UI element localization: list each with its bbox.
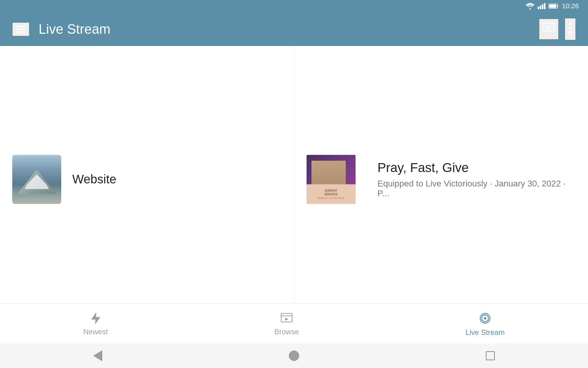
status-icons: 10:26: [526, 2, 579, 10]
sermon-thumbnail: SUNDAY SERVICE Equipped to Live Victorio…: [307, 155, 356, 204]
sermon-thumb-person: [307, 155, 356, 184]
bottom-nav: Newest Browse Live Stream: [0, 304, 588, 343]
more-options-button[interactable]: [565, 18, 576, 40]
svg-rect-10: [281, 313, 292, 322]
mountain-image: [12, 155, 61, 204]
back-button[interactable]: [69, 347, 127, 364]
website-thumbnail: [12, 155, 61, 204]
chat-button[interactable]: [539, 19, 559, 40]
svg-point-13: [484, 317, 486, 320]
sermon-title: Pray, Fast, Give: [378, 160, 576, 175]
page-title: Live Stream: [39, 21, 539, 37]
broadcast-icon: [478, 311, 492, 326]
nav-label-livestream: Live Stream: [466, 328, 505, 337]
recents-icon: [486, 351, 495, 360]
back-icon: [93, 350, 102, 361]
sermon-info: Pray, Fast, Give Equipped to Live Victor…: [378, 160, 576, 198]
left-panel: Website: [0, 46, 294, 312]
svg-marker-12: [285, 318, 288, 321]
nav-item-newest[interactable]: Newest: [65, 309, 126, 339]
svg-rect-3: [543, 23, 554, 31]
main-content: Website SUNDAY SERVICE Equ: [0, 46, 588, 313]
svg-rect-2: [549, 5, 556, 8]
website-title: Website: [72, 172, 116, 186]
menu-button[interactable]: [12, 22, 29, 36]
system-nav: [0, 343, 588, 368]
app-bar-actions: [539, 18, 576, 40]
svg-point-0: [529, 8, 531, 10]
svg-point-6: [569, 22, 571, 25]
signal-icon: [537, 3, 545, 9]
bolt-icon: [89, 312, 102, 325]
nav-item-livestream[interactable]: Live Stream: [447, 308, 523, 340]
nav-item-browse[interactable]: Browse: [256, 309, 317, 339]
sermon-thumb-text: SUNDAY SERVICE Equipped to Live Victorio…: [307, 184, 356, 204]
browse-icon: [280, 312, 293, 325]
home-button[interactable]: [264, 347, 324, 364]
battery-icon: [548, 3, 559, 9]
svg-point-9: [327, 165, 335, 174]
recents-button[interactable]: [461, 348, 519, 363]
sermon-item[interactable]: SUNDAY SERVICE Equipped to Live Victorio…: [307, 155, 576, 204]
wifi-icon: [526, 3, 534, 10]
website-item[interactable]: Website: [12, 155, 116, 204]
home-icon: [289, 351, 299, 361]
svg-point-8: [569, 31, 571, 33]
app-bar: Live Stream: [0, 12, 588, 46]
right-panel: SUNDAY SERVICE Equipped to Live Victorio…: [294, 46, 588, 312]
nav-label-newest: Newest: [83, 328, 108, 336]
status-bar: 10:26: [0, 0, 588, 12]
nav-label-browse: Browse: [274, 328, 299, 336]
sermon-subtitle: Equipped to Live Victoriously · January …: [378, 179, 576, 198]
status-time: 10:26: [562, 2, 579, 10]
svg-point-7: [569, 27, 571, 29]
